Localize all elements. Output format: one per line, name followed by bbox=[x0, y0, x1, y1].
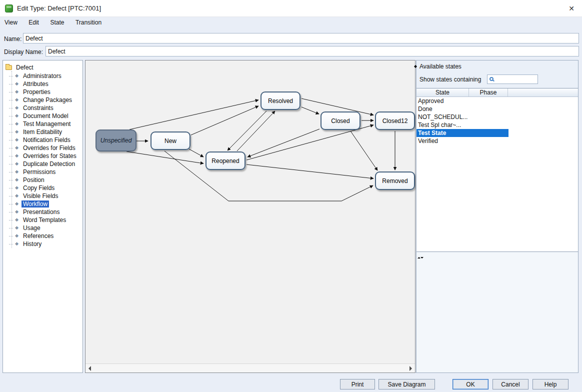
close-icon[interactable]: ✕ bbox=[566, 3, 577, 14]
state-node-reopened[interactable]: Reopened bbox=[206, 152, 246, 170]
tree-item-administrators[interactable]: Administrators bbox=[3, 72, 82, 80]
tree-item-workflow[interactable]: Workflow bbox=[3, 200, 82, 208]
tree-item-label: Visible Fields bbox=[22, 192, 60, 200]
available-states-title: Available states bbox=[420, 63, 462, 70]
tree-item-document-model[interactable]: Document Model bbox=[3, 112, 82, 120]
splitter-vertical-icon[interactable] bbox=[418, 253, 424, 262]
state-node-resolved[interactable]: Resolved bbox=[260, 92, 300, 110]
tree-node-icon bbox=[14, 226, 20, 230]
tree-item-visible-fields[interactable]: Visible Fields bbox=[3, 192, 82, 200]
tree-item-position[interactable]: Position bbox=[3, 176, 82, 184]
available-state-row[interactable]: Test Spl char~... bbox=[416, 121, 578, 129]
menu-item-view[interactable]: View bbox=[0, 17, 22, 29]
tree-item-usage[interactable]: Usage bbox=[3, 224, 82, 232]
tree-node-icon bbox=[14, 82, 20, 86]
state-node-closed[interactable]: Closed bbox=[320, 112, 360, 130]
tree-node-icon bbox=[14, 218, 20, 222]
menu-item-state[interactable]: State bbox=[46, 17, 68, 29]
tree-item-presentations[interactable]: Presentations bbox=[3, 208, 82, 216]
type-sections-tree: Defect Administrators Attributes Propert… bbox=[2, 60, 83, 373]
tree-item-label: Presentations bbox=[22, 208, 61, 216]
tree-node-icon bbox=[14, 98, 20, 102]
available-states-panel: Available states Show states containing … bbox=[416, 60, 578, 373]
tree-root-label: Defect bbox=[14, 64, 35, 71]
buttonbar: Print Save Diagram OK Cancel Help bbox=[0, 375, 582, 392]
tree-item-item-editability[interactable]: Item Editability bbox=[3, 128, 82, 136]
display-name-input[interactable] bbox=[46, 46, 579, 56]
tree-item-label: History bbox=[22, 240, 43, 248]
available-state-row[interactable]: Done bbox=[416, 105, 578, 113]
tree-items: Administrators Attributes Properties Cha… bbox=[3, 72, 82, 248]
tree-node-icon bbox=[14, 234, 20, 238]
canvas-horizontal-scrollbar[interactable] bbox=[86, 364, 415, 372]
tree-item-overrides-for-fields[interactable]: Overrides for Fields bbox=[3, 144, 82, 152]
print-button[interactable]: Print bbox=[340, 379, 375, 390]
tree-node-icon bbox=[14, 154, 20, 158]
state-node-closed12[interactable]: Closed12 bbox=[375, 112, 415, 130]
available-state-row[interactable]: Verified bbox=[416, 137, 578, 145]
tree-item-test-management[interactable]: Test Management bbox=[3, 120, 82, 128]
tree-item-label: Properties bbox=[22, 88, 52, 96]
tree-item-label-selected: Workflow bbox=[22, 200, 49, 208]
display-name-label: Display Name: bbox=[4, 48, 43, 56]
tree-item-overrides-for-states[interactable]: Overrides for States bbox=[3, 152, 82, 160]
tree-node-icon bbox=[14, 122, 20, 126]
column-header-phase[interactable]: Phase bbox=[469, 88, 508, 96]
tree-item-label: Permissions bbox=[22, 168, 57, 176]
tree-node-icon bbox=[14, 74, 20, 78]
available-state-row[interactable]: NOT_SCHEDUL... bbox=[416, 113, 578, 121]
help-button[interactable]: Help bbox=[532, 379, 568, 390]
name-label: Name: bbox=[4, 36, 22, 42]
state-filter-input[interactable] bbox=[496, 76, 536, 83]
menu-item-edit[interactable]: Edit bbox=[24, 17, 44, 29]
column-header-state[interactable]: State bbox=[416, 88, 469, 96]
tree-item-attributes[interactable]: Attributes bbox=[3, 80, 82, 88]
scroll-right-icon[interactable] bbox=[410, 366, 412, 371]
tree-node-icon bbox=[14, 138, 20, 142]
states-table: State Phase Approved Done NOT_SCHEDUL...… bbox=[416, 88, 578, 252]
tree-item-notification-fields[interactable]: Notification Fields bbox=[3, 136, 82, 144]
available-state-row[interactable]: Approved bbox=[416, 97, 578, 105]
tree-root-defect[interactable]: Defect bbox=[6, 63, 82, 72]
tree-node-icon bbox=[14, 106, 20, 110]
tree-item-label: Item Editability bbox=[22, 128, 64, 136]
tree-item-label: Notification Fields bbox=[22, 136, 72, 144]
tree-item-label: Test Management bbox=[22, 120, 72, 128]
panel-lower-area bbox=[416, 252, 578, 372]
menu-item-transition[interactable]: Transition bbox=[71, 17, 106, 29]
ok-button[interactable]: OK bbox=[452, 379, 488, 390]
tree-item-permissions[interactable]: Permissions bbox=[3, 168, 82, 176]
tree-item-word-templates[interactable]: Word Templates bbox=[3, 216, 82, 224]
tree-item-properties[interactable]: Properties bbox=[3, 88, 82, 96]
name-input[interactable] bbox=[23, 33, 579, 44]
tree-item-copy-fields[interactable]: Copy Fields bbox=[3, 184, 82, 192]
window-title: Edit Type: Defect [PTC:7001] bbox=[17, 4, 101, 12]
tree-item-label: Administrators bbox=[22, 72, 63, 80]
tree-node-icon bbox=[14, 162, 20, 166]
tree-node-icon bbox=[14, 178, 20, 182]
save-diagram-button[interactable]: Save Diagram bbox=[378, 379, 435, 390]
available-state-row-selected[interactable]: Test State bbox=[416, 129, 578, 137]
tree-item-constraints[interactable]: Constraints bbox=[3, 104, 82, 112]
cancel-button[interactable]: Cancel bbox=[492, 379, 528, 390]
workflow-canvas[interactable]: Unspecified New Resolved Closed Closed12… bbox=[85, 60, 416, 373]
scroll-left-icon[interactable] bbox=[88, 366, 91, 371]
splitter-collapse-icon[interactable] bbox=[414, 62, 417, 70]
state-node-unspecified[interactable]: Unspecified bbox=[96, 130, 136, 152]
tree-item-label: Attributes bbox=[22, 80, 50, 88]
tree-node-icon bbox=[14, 210, 20, 214]
tree-item-label: Overrides for Fields bbox=[22, 144, 77, 152]
tree-item-label: Usage bbox=[22, 224, 42, 232]
tree-item-history[interactable]: History bbox=[3, 240, 82, 248]
tree-item-change-packages[interactable]: Change Packages bbox=[3, 96, 82, 104]
column-header-filler bbox=[508, 88, 578, 96]
tree-item-duplicate-detection[interactable]: Duplicate Detection bbox=[3, 160, 82, 168]
edit-type-dialog: Edit Type: Defect [PTC:7001] ✕ View Edit… bbox=[0, 0, 582, 392]
tree-node-icon bbox=[14, 130, 20, 134]
state-node-removed[interactable]: Removed bbox=[375, 172, 415, 190]
state-node-new[interactable]: New bbox=[150, 132, 190, 150]
tree-item-label: Duplicate Detection bbox=[22, 160, 76, 168]
tree-item-references[interactable]: References bbox=[3, 232, 82, 240]
tree-node-icon bbox=[14, 114, 20, 118]
state-filter-box[interactable] bbox=[487, 74, 538, 84]
